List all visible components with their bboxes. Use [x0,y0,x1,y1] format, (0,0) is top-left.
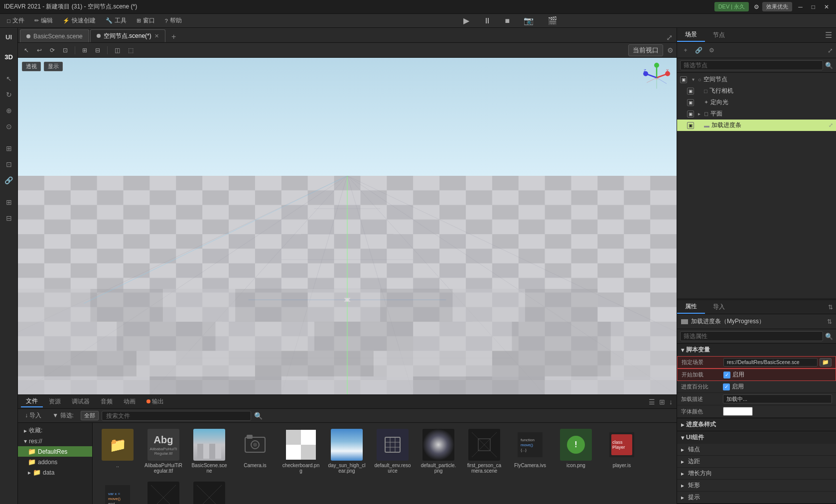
tree-res[interactable]: ▾ res:// [18,436,92,446]
scene-link-btn[interactable]: 🔗 [693,45,704,56]
menu-quick-create[interactable]: ⚡ 快速创建 [58,14,101,27]
menu-window[interactable]: ⊞ 窗口 [132,14,160,27]
file-item-player-is[interactable]: classPlayer player.is [601,427,643,476]
bottom-search-input[interactable] [102,411,251,421]
scene-file-btn[interactable]: 📁 [820,358,832,367]
file-item-checker[interactable]: checkerboard.png [280,427,322,476]
filter-search-icon[interactable]: 🔍 [825,333,833,340]
current-view-btn[interactable]: 当前视口 [628,44,663,56]
file-item-up[interactable]: 📁 .. [97,427,139,476]
settings-icon[interactable]: ⚙ [667,46,674,54]
menu-edit[interactable]: ✏ 编辑 [29,14,58,27]
prop-sort-icon[interactable]: ⇅ [825,303,836,312]
filter-value[interactable]: 全部 [81,411,99,420]
sidebar-layer-icon[interactable]: ⊞ [2,141,16,155]
vp-tool-display[interactable]: ⬚ [125,46,137,55]
bottom-tab-output[interactable]: 输出 [141,396,169,407]
scene-menu-icon[interactable]: ☰ [821,28,836,42]
startload-checkbox[interactable]: ✓ 启用 [723,371,744,379]
menu-help[interactable]: ? 帮助 [160,14,187,27]
hint-expand[interactable]: ▸ [681,494,684,501]
vp-tool-refresh[interactable]: ⟳ [47,46,58,55]
sidebar-grid-icon[interactable]: ⊞ [2,195,16,209]
tab-basicscene[interactable]: BasicScene.scene [20,29,89,42]
bottom-tab-debugger[interactable]: 调试器 [67,396,95,407]
sidebar-scale-icon[interactable]: ⊕ [2,104,16,118]
sidebar-transform-icon[interactable]: ⊙ [2,120,16,133]
stop-btn[interactable]: ■ [502,15,513,26]
tab-spacescene[interactable]: 空间节点.scene(*) ✕ [90,29,165,42]
sidebar-link-icon[interactable]: 🔗 [2,173,16,187]
node-check-dirlight[interactable]: ▣ [687,99,694,106]
node-check-root[interactable]: ▣ [680,76,687,83]
list-icon-2[interactable]: ⊞ [658,397,666,407]
play-btn[interactable]: ▶ [460,15,472,26]
prop-group-ui-header[interactable]: ▾ UI组件 [677,431,836,444]
file-item-raydetect[interactable]: Ray_detect.scene [142,480,184,504]
bottom-tab-file[interactable]: 文件 [21,396,43,407]
scene-node-dirlight[interactable]: ▣ ✦ 定向光 [677,97,836,108]
prop-tab-properties[interactable]: 属性 [677,300,705,314]
scene-node-flycam[interactable]: ▣ □ 飞行相机 [677,85,836,97]
import-btn[interactable]: ↓ 导入 [21,410,45,421]
bottom-tab-animation[interactable]: 动画 [119,396,140,407]
tab-spacescene-close[interactable]: ✕ [154,33,159,39]
vp-tool-undo[interactable]: ↩ [34,46,45,55]
vp-tool-camera[interactable]: ⊟ [92,46,103,55]
screenshot-btn[interactable]: 📷 [521,15,537,26]
minimize-btn[interactable]: ─ [795,3,806,10]
display-label[interactable]: 显示 [44,62,63,71]
loaddesc-input[interactable] [723,394,832,403]
sidebar-rotate-icon[interactable]: ↻ [2,88,16,102]
sidebar-snap-icon[interactable]: ⊟ [2,211,16,225]
file-item-env[interactable]: default_env.resource [372,427,414,476]
sidebar-node-icon[interactable]: ⊡ [2,157,16,171]
rp-tab-node[interactable]: 节点 [705,29,733,41]
rp-tab-scene[interactable]: 场景 [677,28,705,42]
bottom-tab-audio[interactable]: 音频 [96,396,118,407]
scene-search-icon[interactable]: 🔍 [825,62,833,69]
scene-node-root[interactable]: ▣ ▾ ○ 空间节点 [677,74,836,85]
bottom-tab-resource[interactable]: 资源 [44,396,66,407]
scene-expand-btn[interactable]: ⤢ [828,47,833,54]
settings-icon[interactable]: ⚙ [754,3,759,10]
sidebar-select-icon[interactable]: ↖ [2,72,16,86]
vp-tool-grid[interactable]: ⊞ [79,46,90,55]
menu-file[interactable]: □ 文件 [2,14,29,27]
file-item-player-ivs[interactable]: var x =move()end Player.ivs [97,480,139,504]
prop-group-script-header[interactable]: ▾ 脚本变量 [677,344,836,356]
growth-expand[interactable]: ▸ [681,470,684,477]
node-check-flycam[interactable]: ▣ [687,88,694,95]
node-expand-plane[interactable]: ▸ [696,111,702,117]
node-expand-root[interactable]: ▾ [690,77,696,82]
vp-tool-layout[interactable]: ◫ [112,46,123,55]
file-item-flycam[interactable]: functionmove(){...} FlyCamera.ivs [509,427,551,476]
list-icon-3[interactable]: ↓ [668,397,674,407]
maximize-btn[interactable]: □ [809,3,818,10]
tree-data[interactable]: ▸ 📁 data [18,467,92,478]
menu-tools[interactable]: 🔧 工具 [101,14,132,27]
tree-favorites[interactable]: ▸ 收藏: [18,425,92,436]
file-item-camera[interactable]: Camera.is [234,427,276,476]
scene-add-btn[interactable]: + [680,45,691,56]
filter-props-input[interactable] [680,331,823,341]
file-item-sky[interactable]: day_sun_high_clear.png [326,427,368,476]
prop-group-progressstyle-header[interactable]: ▸ 进度条样式 [677,418,836,431]
tree-addons[interactable]: 📁 addons [18,457,92,467]
viewport-expand-btn[interactable]: ⤢ [666,33,673,42]
scene-node-loadingbar[interactable]: ▣ ▬ 加载进度条 ⤢ [677,120,836,131]
record-btn[interactable]: 🎬 [545,15,560,26]
scene-node-plane[interactable]: ▣ ▸ ◻ 平面 [677,108,836,120]
fontcolor-swatch[interactable] [723,407,753,416]
prop-tab-import[interactable]: 导入 [705,301,733,313]
search-icon[interactable]: 🔍 [254,412,263,420]
scene-value-input[interactable] [723,358,818,367]
file-item-fpcam[interactable]: first_person_camera.scene [463,427,505,476]
pause-btn[interactable]: ⏸ [480,15,494,26]
tree-defaultres[interactable]: 📁 DefaultRes [18,446,92,457]
scene-settings-btn[interactable]: ⚙ [706,45,717,56]
file-item-tpcam[interactable]: third_person_camera.scene [188,480,230,504]
close-btn[interactable]: ✕ [821,3,832,10]
file-item-basicscene[interactable]: BasicScene.scene [188,427,230,476]
vp-tool-arrow[interactable]: ↖ [21,46,32,55]
